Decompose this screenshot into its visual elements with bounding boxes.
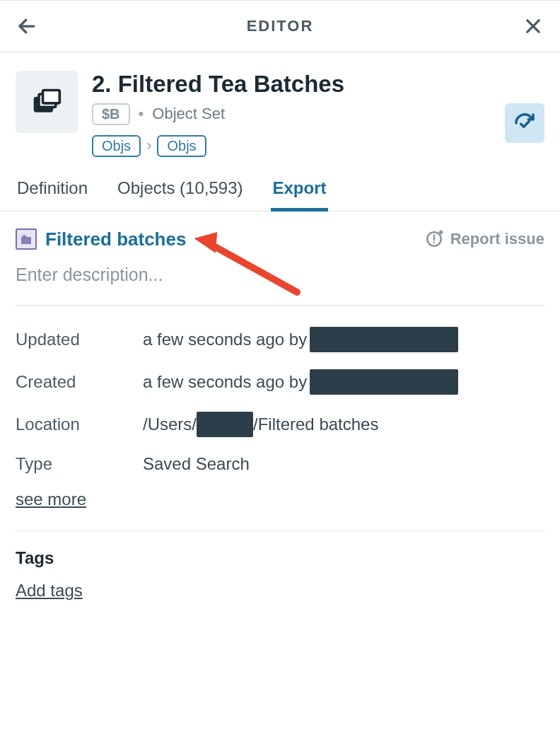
meta-row-created: Created a few seconds ago by xyxy=(16,361,544,403)
meta-location-suffix: /Filtered batches xyxy=(253,415,378,434)
report-issue-label: Report issue xyxy=(450,230,544,248)
report-issue-icon xyxy=(425,230,443,248)
meta-row-location: Location /Users/ /Filtered batches xyxy=(16,403,544,446)
crumb-objs-1[interactable]: Objs xyxy=(92,135,141,157)
tab-export[interactable]: Export xyxy=(271,171,327,211)
redacted-user xyxy=(310,369,458,395)
divider xyxy=(16,305,544,306)
meta-updated-text: a few seconds ago by xyxy=(143,330,307,349)
crumb-objs-2[interactable]: Objs xyxy=(157,135,206,157)
cards-stack-icon xyxy=(31,86,62,117)
meta-label-location: Location xyxy=(16,415,143,434)
subtitle-line: $B • Object Set xyxy=(92,103,491,125)
close-button[interactable] xyxy=(519,12,547,40)
chevron-right-icon: › xyxy=(145,137,153,155)
meta-location-prefix: /Users/ xyxy=(143,415,197,434)
meta-row-type: Type Saved Search xyxy=(16,446,544,482)
see-more-link[interactable]: see more xyxy=(16,489,86,509)
refresh-apply-button[interactable] xyxy=(505,103,544,143)
tab-definition[interactable]: Definition xyxy=(16,171,89,211)
meta-label-created: Created xyxy=(16,372,143,392)
description-input[interactable] xyxy=(16,265,544,285)
add-tags-link[interactable]: Add tags xyxy=(16,581,83,601)
editor-header: EDITOR xyxy=(0,0,560,52)
redacted-user-folder xyxy=(197,412,253,437)
arrow-left-icon xyxy=(16,16,37,37)
svg-point-8 xyxy=(433,242,435,244)
object-set-tile-icon xyxy=(16,71,78,133)
tags-heading: Tags xyxy=(16,548,544,568)
type-breadcrumbs: Objs › Objs xyxy=(92,135,491,157)
divider xyxy=(16,531,544,531)
separator-dot: • xyxy=(139,105,144,123)
close-icon xyxy=(523,16,543,36)
title-block: 2. Filtered Tea Batches $B • Object Set … xyxy=(0,52,560,164)
tab-objects[interactable]: Objects (10,593) xyxy=(116,171,244,211)
export-panel: Filtered batches Report issue xyxy=(0,212,560,606)
export-name[interactable]: Filtered batches xyxy=(45,228,186,250)
svg-rect-5 xyxy=(43,91,60,103)
meta-row-updated: Updated a few seconds ago by xyxy=(16,318,544,361)
redacted-user xyxy=(310,327,458,352)
metadata-table: Updated a few seconds ago by Created a f… xyxy=(16,318,544,482)
saved-search-icon xyxy=(16,228,37,250)
variable-chip: $B xyxy=(92,103,130,125)
meta-label-updated: Updated xyxy=(16,330,143,349)
meta-created-text: a few seconds ago by xyxy=(143,372,307,392)
page-title: 2. Filtered Tea Batches xyxy=(92,71,491,98)
report-issue-button[interactable]: Report issue xyxy=(425,230,544,248)
tabs: Definition Objects (10,593) Export xyxy=(0,164,560,212)
back-button[interactable] xyxy=(13,12,41,40)
meta-label-type: Type xyxy=(16,454,143,474)
refresh-check-icon xyxy=(513,112,536,134)
object-kind-label: Object Set xyxy=(152,105,225,123)
meta-type-value: Saved Search xyxy=(143,454,544,474)
header-title: EDITOR xyxy=(55,17,505,35)
